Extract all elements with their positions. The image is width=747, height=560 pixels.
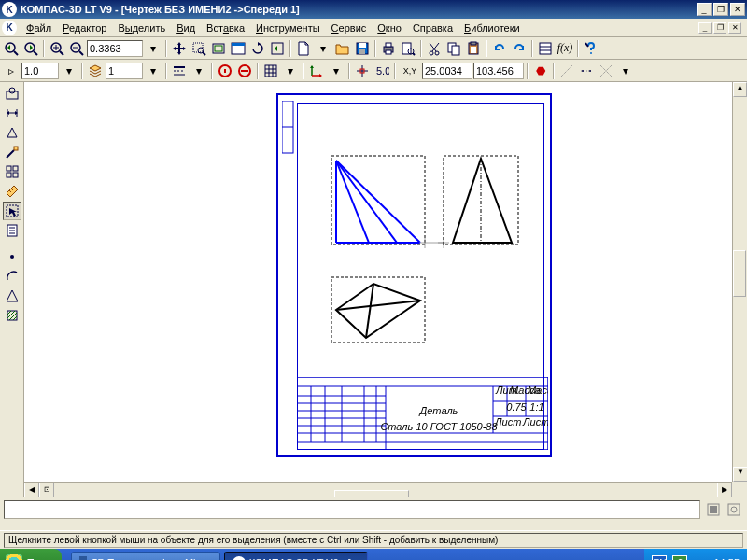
menu-insert[interactable]: Вставка: [201, 21, 250, 35]
close-button[interactable]: ✕: [730, 3, 745, 16]
prop-help-icon[interactable]: [725, 500, 743, 519]
pan-icon[interactable]: [170, 39, 189, 58]
redraw-icon[interactable]: [268, 39, 287, 58]
aux-line3-icon[interactable]: [597, 62, 615, 80]
line-tool-icon[interactable]: [3, 287, 21, 305]
layers-icon[interactable]: [86, 62, 105, 80]
svg-rect-37: [540, 43, 551, 54]
menu-libraries[interactable]: Библиотеки: [458, 21, 526, 35]
cut-icon[interactable]: [425, 39, 444, 58]
preview-icon[interactable]: [399, 39, 417, 58]
grid-dropdown-icon[interactable]: ▾: [281, 62, 300, 80]
copy-icon[interactable]: [444, 39, 463, 58]
horizontal-scrollbar[interactable]: ◀ ⊡ ▶: [24, 482, 732, 497]
lang-indicator[interactable]: EN: [652, 555, 667, 560]
paste-icon[interactable]: [464, 39, 483, 58]
coord-x-input[interactable]: [422, 63, 472, 79]
tray-chevron-icon[interactable]: «: [693, 555, 708, 560]
aux-dropdown-icon[interactable]: ▾: [616, 62, 635, 80]
zoom-input[interactable]: [87, 40, 143, 57]
property-input[interactable]: [4, 500, 700, 519]
menu-view[interactable]: Вид: [171, 21, 201, 35]
mdi-restore-button[interactable]: ❐: [713, 22, 726, 34]
stop-icon[interactable]: ⬣: [531, 62, 550, 80]
taskbar-item-word[interactable]: W ЛР Пирамида.doc - Micr...: [71, 552, 220, 560]
grid-icon[interactable]: [261, 62, 280, 80]
arc-tool-icon[interactable]: [3, 267, 21, 286]
menu-tools[interactable]: Инструменты: [250, 21, 326, 35]
aux-line1-icon[interactable]: [557, 62, 576, 80]
zoom-all-icon[interactable]: [229, 39, 247, 58]
open-icon[interactable]: [333, 39, 352, 58]
taskbar-item-kompas[interactable]: K КОМПАС-3D LT V9 - [...: [224, 552, 368, 560]
local-cs-icon[interactable]: [307, 62, 326, 80]
menubar: K Файл Редактор Выделить Вид Вставка Инс…: [0, 19, 747, 37]
properties-icon[interactable]: [536, 39, 555, 58]
zoom-out-icon[interactable]: [67, 39, 86, 58]
geometry-tool-icon[interactable]: [3, 84, 21, 103]
tray-help-icon[interactable]: ?: [672, 555, 687, 560]
zoom-next-icon[interactable]: [21, 39, 40, 58]
vertical-scrollbar[interactable]: ▲ ▼: [732, 82, 747, 482]
save-icon[interactable]: [353, 39, 372, 58]
doc-icon[interactable]: K: [2, 21, 17, 35]
redo-icon[interactable]: [510, 39, 529, 58]
scale-input[interactable]: [21, 63, 59, 79]
variables-icon[interactable]: f(x): [556, 39, 574, 58]
ortho-icon[interactable]: [353, 62, 372, 80]
new-dropdown-icon[interactable]: ▾: [314, 39, 332, 58]
round-icon[interactable]: 5.0: [373, 62, 391, 80]
menu-service[interactable]: Сервис: [326, 21, 373, 35]
menu-edit[interactable]: Редактор: [57, 21, 112, 35]
spec-tool-icon[interactable]: [3, 221, 21, 240]
zoom-window-icon[interactable]: [190, 39, 208, 58]
mdi-close-button[interactable]: ✕: [728, 22, 741, 34]
measure-tool-icon[interactable]: [3, 182, 21, 201]
menu-help[interactable]: Справка: [407, 21, 458, 35]
rotate-icon[interactable]: [248, 39, 267, 58]
help-icon[interactable]: [582, 39, 600, 58]
snap-mid-icon[interactable]: [235, 62, 254, 80]
dimension-tool-icon[interactable]: [3, 104, 21, 122]
svg-line-1: [14, 51, 18, 55]
cs-dropdown-icon[interactable]: ▾: [327, 62, 345, 80]
menu-file[interactable]: Файл: [21, 21, 57, 35]
svg-rect-137: [728, 504, 740, 515]
menu-window[interactable]: Окно: [372, 21, 407, 35]
layer-input[interactable]: [106, 63, 143, 79]
system-tray[interactable]: EN ? « 14:55: [644, 549, 747, 560]
hatch-tool-icon[interactable]: [3, 306, 21, 325]
layer-dropdown-icon[interactable]: ▾: [144, 62, 162, 80]
zoom-fit-icon[interactable]: [209, 39, 228, 58]
mdi-minimize-button[interactable]: _: [698, 22, 712, 34]
svg-line-94: [336, 161, 397, 243]
line-style-icon[interactable]: [170, 62, 189, 80]
undo-icon[interactable]: [490, 39, 509, 58]
scale-dropdown-icon[interactable]: ▾: [60, 62, 78, 80]
minimize-button[interactable]: _: [697, 3, 712, 16]
zoom-in-icon[interactable]: [48, 39, 66, 58]
prop-apply-icon[interactable]: [704, 500, 723, 519]
zoom-dropdown-icon[interactable]: ▾: [144, 39, 162, 58]
print-icon[interactable]: [379, 39, 398, 58]
menu-select[interactable]: Выделить: [112, 21, 171, 35]
svg-rect-20: [359, 43, 366, 48]
edit-tool-icon[interactable]: [3, 143, 21, 161]
svg-line-91: [336, 161, 420, 243]
coord-y-input[interactable]: [473, 63, 524, 79]
snap-end-icon[interactable]: [216, 62, 234, 80]
aux-line2-icon[interactable]: [577, 62, 596, 80]
svg-rect-35: [471, 42, 476, 45]
scale-icon[interactable]: ▹: [2, 62, 21, 80]
new-icon[interactable]: [294, 39, 313, 58]
canvas[interactable]: Деталь Сталь 10 ГОСТ 1050-88 Лит. Масса …: [24, 82, 747, 497]
symbols-tool-icon[interactable]: [3, 123, 21, 142]
zoom-previous-icon[interactable]: [2, 39, 21, 58]
params-tool-icon[interactable]: [3, 162, 21, 181]
line-dropdown-icon[interactable]: ▾: [190, 62, 208, 80]
select-tool-icon[interactable]: [3, 202, 21, 220]
start-button[interactable]: Пуск: [0, 549, 62, 560]
window-controls: _ ❐ ✕: [697, 3, 745, 16]
point-tool-icon[interactable]: [3, 247, 21, 266]
restore-button[interactable]: ❐: [713, 3, 728, 16]
